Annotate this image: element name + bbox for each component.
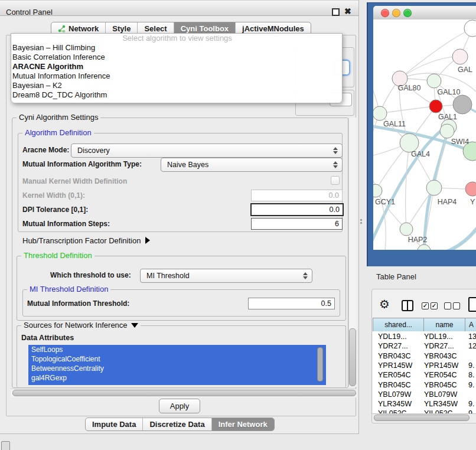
gear-icon[interactable]: ⚙ <box>379 298 390 311</box>
network-node-gcy1[interactable] <box>373 184 382 197</box>
table-cell[interactable]: YDL19... <box>424 332 453 341</box>
mi-type-select[interactable]: Naive Bayes <box>161 158 343 172</box>
network-tab-icon <box>58 25 66 32</box>
table-row[interactable]: YBR043CYBR043C <box>373 352 476 361</box>
bottom-tab-discretize-data[interactable]: Discretize Data <box>142 418 211 431</box>
table-cell[interactable]: YIL052C <box>378 409 407 413</box>
network-node-gal10[interactable] <box>427 74 441 88</box>
table-row[interactable]: YPR145WYPR145W9. <box>373 361 476 371</box>
table-cell[interactable]: 13 <box>468 332 476 341</box>
minimize-traffic-light[interactable] <box>392 9 400 17</box>
float-window-icon[interactable] <box>332 8 340 16</box>
columns-icon[interactable] <box>402 300 413 311</box>
network-node-gal11[interactable] <box>373 106 387 120</box>
table-cell[interactable]: 9. <box>468 381 474 389</box>
table-cell[interactable]: YER054C <box>378 371 411 379</box>
attribute-item-topologicalcoefficient[interactable]: TopologicalCoefficient <box>28 354 326 364</box>
table-row[interactable]: YBR045CYBR045C9. <box>373 381 476 390</box>
bottom-corner-icon[interactable] <box>1 441 10 450</box>
table-row[interactable]: YBL079WYBL079W <box>373 390 476 400</box>
table-row[interactable]: YER054CYER054C8. <box>373 371 476 380</box>
table-cell[interactable]: YLR345W <box>424 400 458 408</box>
algorithm-option-aracne-algorithm[interactable]: ARACNE Algorithm <box>11 62 342 71</box>
apply-button[interactable]: Apply <box>159 399 200 413</box>
deselect-all-icon[interactable] <box>444 302 451 309</box>
aracne-mode-label: Aracne Mode: <box>22 146 69 154</box>
table-cell[interactable]: YBL079W <box>424 390 457 399</box>
algorithm-option-bayesian-k2[interactable]: Bayesian – K2 <box>11 81 342 90</box>
algorithm-option-mutual-information-inference[interactable]: Mutual Information Inference <box>11 71 342 81</box>
network-node-swi4[interactable] <box>440 124 454 138</box>
which-threshold-label: Which threshold to use: <box>50 271 131 279</box>
mi-steps-field[interactable]: 6 <box>251 218 343 230</box>
attribute-item-betweennesscentrality[interactable]: BetweennessCentrality <box>28 364 326 373</box>
network-node[interactable] <box>453 95 472 114</box>
table-cell[interactable]: YBR045C <box>424 381 457 389</box>
table-cell[interactable]: 9 <box>468 409 472 413</box>
dpi-tolerance-field[interactable]: 0.0 <box>250 203 344 216</box>
import-table-icon[interactable] <box>468 297 476 312</box>
tab-select-label: Select <box>144 24 167 33</box>
select-all-checked-icon[interactable]: ✓ <box>422 302 429 309</box>
table-row[interactable]: YLR345WYLR345W9. <box>373 400 476 409</box>
network-node-y[interactable] <box>465 182 476 196</box>
mi-threshold-group-title: MI Threshold Definition <box>27 285 110 294</box>
table-cell[interactable]: YDR27... <box>378 342 408 350</box>
table-cell[interactable]: 9. <box>468 361 474 370</box>
attribute-item-selfloops[interactable]: SelfLoops <box>28 345 326 354</box>
data-attributes-list[interactable]: SelfLoopsTopologicalCoefficientBetweenne… <box>28 345 326 385</box>
algorithm-option-dream8-dc-tdc-algorithm[interactable]: Dream8 DC_TDC Algorithm <box>11 90 342 100</box>
table-cell[interactable]: YDL19... <box>378 332 407 341</box>
list-scrollbar-thumb[interactable] <box>317 347 323 381</box>
close-traffic-light[interactable] <box>381 9 389 17</box>
table-cell[interactable]: YER054C <box>424 371 457 379</box>
algorithm-option-bayesian-hill-climbing[interactable]: Bayesian – Hill Climbing <box>11 43 342 53</box>
bottom-tab-infer-network[interactable]: Infer Network <box>211 418 274 431</box>
table-cell[interactable]: YPR145W <box>424 361 458 370</box>
settings-group-title: Cyni Algorithm Settings <box>17 113 100 122</box>
network-canvas[interactable]: GALGAL80GAL10GAL1GAL11GAL4SWI4GCY1HAP4YH… <box>373 19 476 250</box>
table-hscrollbar-thumb[interactable] <box>374 415 470 421</box>
hub-definition-toggle[interactable]: Hub/Transcription Factor Definition <box>22 236 150 245</box>
table-cell[interactable]: YIL052C <box>424 409 453 413</box>
network-node-hap2[interactable] <box>400 223 413 236</box>
attribute-item-gal4rgexp[interactable]: gal4RGexp <box>28 373 326 383</box>
network-window-titlebar[interactable] <box>373 6 476 20</box>
table-cell[interactable]: 8. <box>468 371 474 379</box>
table-row[interactable]: YDR27...YDR27...12 <box>373 342 476 351</box>
kernel-width-field[interactable]: 0.0 <box>251 190 343 201</box>
table-cell[interactable]: YDR27... <box>424 342 454 350</box>
which-threshold-select[interactable]: MI Threshold <box>140 269 312 283</box>
table-cell[interactable]: YBR043C <box>424 352 457 360</box>
zoom-traffic-light[interactable] <box>403 9 412 17</box>
bottom-tab-impute-data[interactable]: Impute Data <box>86 418 142 431</box>
table-cell[interactable]: 12 <box>468 342 476 350</box>
column-header-shared-name[interactable]: shared... <box>373 318 424 332</box>
column-header-name[interactable]: name <box>423 318 465 332</box>
table-cell[interactable]: YBL079W <box>378 390 411 399</box>
network-node-gal[interactable] <box>452 49 468 64</box>
table-cell[interactable]: YBR043C <box>378 352 411 360</box>
table-cell[interactable]: 9. <box>468 400 474 408</box>
table-cell[interactable]: YLR345W <box>378 400 412 408</box>
table-cell[interactable]: YBR045C <box>378 381 411 389</box>
mi-threshold-field[interactable]: 0.5 <box>248 298 335 309</box>
algorithm-option-basic-correlation-inference[interactable]: Basic Correlation Inference <box>11 53 342 62</box>
table-cell[interactable]: YPR145W <box>378 361 412 370</box>
sources-group-title[interactable]: Sources for Network Inference <box>21 321 141 330</box>
aracne-mode-select[interactable]: Discovery <box>71 144 343 158</box>
network-node-hap4[interactable] <box>426 180 442 195</box>
network-node[interactable] <box>464 20 476 37</box>
table-row[interactable]: YIL052CYIL052C9 <box>373 409 476 413</box>
select-all-checked-icon[interactable]: ✓ <box>431 302 438 309</box>
panel-splitter-grip[interactable] <box>360 219 363 224</box>
manual-kernel-label: Manual Kernel Width Definition <box>22 177 127 185</box>
table-row[interactable]: YDL19...YDL19...13 <box>373 332 476 342</box>
manual-kernel-checkbox[interactable] <box>331 176 340 185</box>
network-node-gal1[interactable] <box>429 100 442 113</box>
deselect-all-icon[interactable] <box>453 302 460 309</box>
settings-hscrollbar-thumb[interactable] <box>12 390 356 396</box>
column-header-partial[interactable]: A <box>465 318 476 332</box>
settings-vscrollbar-thumb[interactable] <box>349 328 356 386</box>
close-icon[interactable]: ✖ <box>344 6 351 16</box>
